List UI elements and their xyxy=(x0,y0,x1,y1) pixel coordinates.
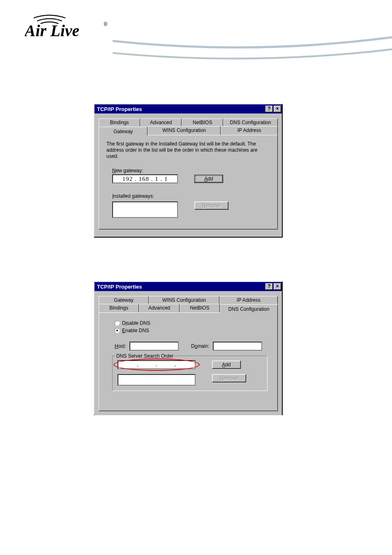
enable-dns-radio[interactable]: Enable DNS xyxy=(115,328,270,333)
domain-input[interactable] xyxy=(213,342,262,351)
host-label: Host: xyxy=(115,343,126,349)
installed-gateways-label: Installed gateways: xyxy=(112,193,270,199)
help-button[interactable]: ? xyxy=(265,106,273,112)
tab-dns-configuration[interactable]: DNS Configuration xyxy=(223,118,278,126)
tab-gateway[interactable]: Gateway xyxy=(99,296,149,304)
window-title: TCP/IP Properties xyxy=(97,106,142,112)
tab-gateway[interactable]: Gateway xyxy=(99,127,148,135)
close-icon: × xyxy=(276,106,279,111)
host-input[interactable] xyxy=(129,342,179,351)
help-button[interactable]: ? xyxy=(265,283,273,290)
close-icon: × xyxy=(276,283,279,289)
gateway-panel: The first gateway in the Installed Gatew… xyxy=(99,135,278,229)
remove-button[interactable]: Remove xyxy=(194,201,228,210)
titlebar[interactable]: TCP/IP Properties ? × xyxy=(95,104,282,113)
tcpip-properties-dialog-dns: TCP/IP Properties ? × Gateway WINS Confi… xyxy=(94,281,283,415)
header-swoosh xyxy=(113,33,392,66)
installed-gateways-list[interactable] xyxy=(112,201,178,218)
new-gateway-input[interactable]: 192 . 168 . 1 . 1 xyxy=(112,174,178,183)
close-button[interactable]: × xyxy=(274,283,281,290)
radio-icon xyxy=(115,328,120,333)
radio-icon xyxy=(115,321,120,326)
tab-netbios[interactable]: NetBIOS xyxy=(182,118,223,126)
tab-netbios[interactable]: NetBIOS xyxy=(180,304,220,312)
add-button[interactable]: Add xyxy=(194,175,223,183)
add-button[interactable]: Add xyxy=(212,361,241,369)
help-icon: ? xyxy=(267,283,270,289)
tab-wins-configuration[interactable]: WINS Configuration xyxy=(149,296,219,304)
tab-advanced[interactable]: Advanced xyxy=(140,118,182,126)
tab-ip-address[interactable]: IP Address xyxy=(221,126,278,135)
tab-bindings[interactable]: Bindings xyxy=(99,118,140,126)
titlebar[interactable]: TCP/IP Properties ? × xyxy=(95,282,282,291)
new-gateway-label: New gateway: xyxy=(112,168,270,173)
tab-wins-configuration[interactable]: WINS Configuration xyxy=(148,126,221,135)
tab-ip-address[interactable]: IP Address xyxy=(219,296,278,304)
tab-advanced[interactable]: Advanced xyxy=(139,304,179,312)
close-button[interactable]: × xyxy=(274,106,281,112)
airlive-logo: Air Live ® xyxy=(25,12,115,41)
svg-text:Air Live: Air Live xyxy=(25,22,79,39)
tab-dns-configuration[interactable]: DNS Configuration xyxy=(220,304,278,313)
domain-label: Domain: xyxy=(191,343,210,349)
dns-ip-input[interactable]: . . . xyxy=(118,360,196,369)
dns-search-order-label: DNS Server Search Order xyxy=(115,353,175,359)
help-icon: ? xyxy=(267,106,270,111)
disable-dns-radio[interactable]: Disable DNS xyxy=(115,320,270,326)
dns-server-list[interactable] xyxy=(118,374,196,386)
window-title: TCP/IP Properties xyxy=(97,284,142,290)
remove-button[interactable]: Remove xyxy=(212,374,246,382)
tcpip-properties-dialog-gateway: TCP/IP Properties ? × Bindings Advanced … xyxy=(94,104,283,238)
gateway-description: The first gateway in the Installed Gatew… xyxy=(106,141,270,160)
tab-bindings[interactable]: Bindings xyxy=(99,304,139,312)
svg-text:®: ® xyxy=(104,21,108,27)
page-header: Air Live ® xyxy=(0,0,392,45)
dns-panel: Disable DNS Enable DNS Host: Domain: DNS… xyxy=(99,312,278,411)
